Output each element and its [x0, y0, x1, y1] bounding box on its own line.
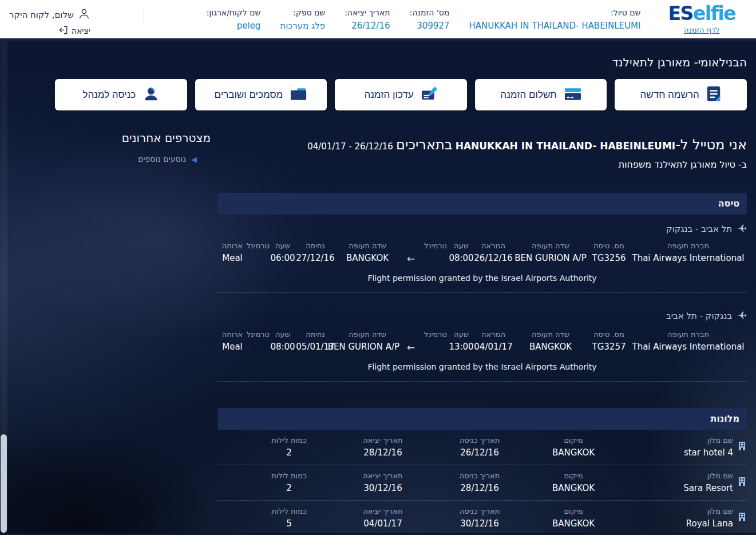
hotel-name-value: 4 star hotel: [633, 447, 733, 458]
col-label-departure: המראה: [474, 330, 513, 339]
more-travelers-link[interactable]: ◀ נוסעים נוספים: [130, 154, 197, 164]
dep-terminal-value: [422, 342, 449, 352]
col-label-terminal: טרמינל: [246, 330, 270, 339]
hotel-icon: [738, 477, 746, 489]
col-label-location: מיקום: [542, 507, 605, 516]
nav-button-label: כניסה למנהל: [82, 89, 136, 101]
update-order-button[interactable]: עדכון הזמנה: [335, 79, 467, 110]
user-area: שלום, לקוח היקר יציאה: [9, 7, 90, 37]
new-registration-button[interactable]: הרשמה חדשה: [615, 79, 747, 110]
flight-row: חברת תעופהThai Airways International מס.…: [217, 330, 747, 353]
trip-name: HANUKKAH IN THAILAND- HABEINLEUMI: [456, 140, 675, 152]
flights-section-header: טיסה: [217, 193, 747, 215]
sidebar-recent-joiners: מצטרפים אחרונים ◀ נוסעים נוספים: [9, 110, 217, 533]
selfie-logo: ESelfie: [668, 4, 735, 24]
edit-order-icon: [421, 86, 438, 104]
scrollbar-thumb[interactable]: [1, 434, 7, 533]
hotel-row: שם מלון4 star hotel מיקוםBANGKOK תאריך כ…: [217, 430, 747, 465]
user-icon: [78, 7, 90, 22]
arr-terminal-value: [246, 253, 270, 263]
logo-elfie: elfie: [693, 2, 735, 25]
logout-button[interactable]: יציאה: [58, 25, 90, 37]
col-label-airport: שדה תעופה: [335, 241, 399, 250]
greeting-text: שלום, לקוח היקר: [9, 10, 74, 20]
arr-date-value: 27/12/16: [295, 253, 335, 263]
hotel-row: שם מלוןSara Resort מיקוםBANGKOK תאריך כנ…: [217, 465, 747, 500]
header-field-client-name: שם לקוח/ארגון: peleg: [207, 4, 261, 31]
arr-date-value: 05/01/17: [295, 342, 335, 352]
header-divider: [144, 9, 144, 24]
flight-permission-note: Flight permission granted by the Israel …: [217, 274, 747, 283]
hotel-nights-value: 5: [258, 518, 320, 529]
page-title: הבנילאומי- מאורגן לתאילנד: [0, 41, 756, 69]
col-label-checkout: תאריך יציאה: [349, 471, 417, 480]
field-label: שם ספק:: [280, 8, 325, 17]
trip-line2-prefix: ב-: [738, 159, 747, 170]
hotel-nights-value: 2: [258, 483, 320, 493]
logo-block: ESelfie לדף הזמנה: [668, 4, 735, 35]
documents-vouchers-button[interactable]: מסמכים ושוברים: [195, 79, 327, 110]
col-label-arrival: נחיתה: [295, 330, 335, 339]
trip-heading-line2: ב- טיול מאורגן לתאילנד משפחות: [217, 159, 747, 170]
col-label-hour: שעה: [449, 241, 474, 250]
dep-time-value: 13:00: [449, 342, 474, 352]
col-label-terminal: טרמינל: [422, 241, 449, 250]
flight-route-label: תל אביב - בנגקוק: [666, 224, 732, 234]
field-value: 26/12/16: [345, 21, 390, 31]
col-label-flight-no: מס. טיסה: [588, 330, 630, 339]
flight-row: חברת תעופהThai Airways International מס.…: [217, 241, 747, 264]
nav-button-label: עדכון הזמנה: [364, 89, 413, 101]
col-label-checkin: תאריך כניסה: [445, 507, 514, 516]
hotel-checkin-value: 26/12/16: [445, 447, 514, 458]
flight-no-value: TG3256: [588, 253, 630, 263]
top-header: ESelfie לדף הזמנה שם טיול: HANUKKAH IN T…: [0, 0, 756, 41]
sidebar-title: מצטרפים אחרונים: [9, 131, 211, 145]
dep-date-value: 26/12/16: [474, 253, 513, 263]
col-label-airline: חברת תעופה: [630, 241, 747, 250]
credit-card-icon: [564, 87, 581, 103]
airline-value: Thai Airways International: [630, 253, 747, 263]
hotel-name-group: שם מלוןRoyal Lana: [633, 507, 746, 529]
order-page-link[interactable]: לדף הזמנה: [684, 26, 719, 34]
new-registration-form-icon: [707, 86, 722, 104]
hotel-checkin-value: 28/12/16: [445, 483, 514, 493]
header-field-trip-name: שם טיול: HANUKKAH IN THAILAND- HABEINLEU…: [469, 4, 640, 31]
order-payment-button[interactable]: תשלום הזמנה: [475, 79, 607, 110]
arr-time-value: 08:00: [270, 342, 295, 352]
dep-airport-value: BEN GURION A/P: [513, 253, 588, 263]
hotel-name-group: שם מלון4 star hotel: [633, 436, 746, 458]
arr-airport-value: BANGKOK: [335, 253, 399, 263]
field-label: שם לקוח/ארגון:: [207, 8, 261, 17]
header-main: ESelfie לדף הזמנה שם טיול: HANUKKAH IN T…: [207, 4, 735, 35]
chevron-left-icon: ◀: [191, 155, 197, 164]
col-label-checkout: תאריך יציאה: [349, 436, 417, 445]
flight-route: ✈ תל אביב - בנגקוק: [217, 223, 747, 234]
meal-value: Meal: [219, 253, 246, 263]
nav-button-label: מסמכים ושוברים: [215, 89, 283, 101]
header-field-supplier-name: שם ספק: פלג מערכות: [280, 4, 325, 31]
field-label: שם טיול:: [469, 8, 640, 17]
col-label-arrival: נחיתה: [295, 241, 335, 250]
col-label-hour: שעה: [270, 241, 295, 250]
col-label-nights: כמות לילות: [258, 436, 320, 445]
col-label-terminal: טרמינל: [246, 241, 270, 250]
col-label-airport: שדה תעופה: [513, 241, 588, 250]
hotel-icon: [738, 512, 746, 524]
admin-login-button[interactable]: כניסה למנהל: [55, 79, 187, 110]
trip-line2-text: טיול מאורגן לתאילנד משפחות: [619, 159, 735, 170]
row-separator: [217, 381, 747, 382]
field-value: peleg: [207, 21, 261, 31]
hotel-location-value: BANGKOK: [542, 447, 605, 458]
plane-icon: ✈: [738, 223, 747, 234]
logout-icon: [58, 25, 68, 37]
plane-icon: ✈: [738, 310, 747, 321]
dep-terminal-value: [422, 253, 449, 263]
dep-airport-value: BANGKOK: [513, 342, 588, 352]
col-label-airport: שדה תעופה: [335, 330, 399, 339]
trip-heading-line1: אני מטייל ל-HANUKKAH IN THAILAND- HABEIN…: [217, 136, 747, 156]
col-label-airline: חברת תעופה: [630, 330, 747, 339]
hotel-name-value: Royal Lana: [633, 518, 733, 529]
col-label-hotel-name: שם מלון: [633, 507, 733, 516]
trip-heading: אני מטייל ל-HANUKKAH IN THAILAND- HABEIN…: [217, 136, 747, 170]
page-body: הבנילאומי- מאורגן לתאילנד הרשמה חדשה: [0, 41, 756, 533]
